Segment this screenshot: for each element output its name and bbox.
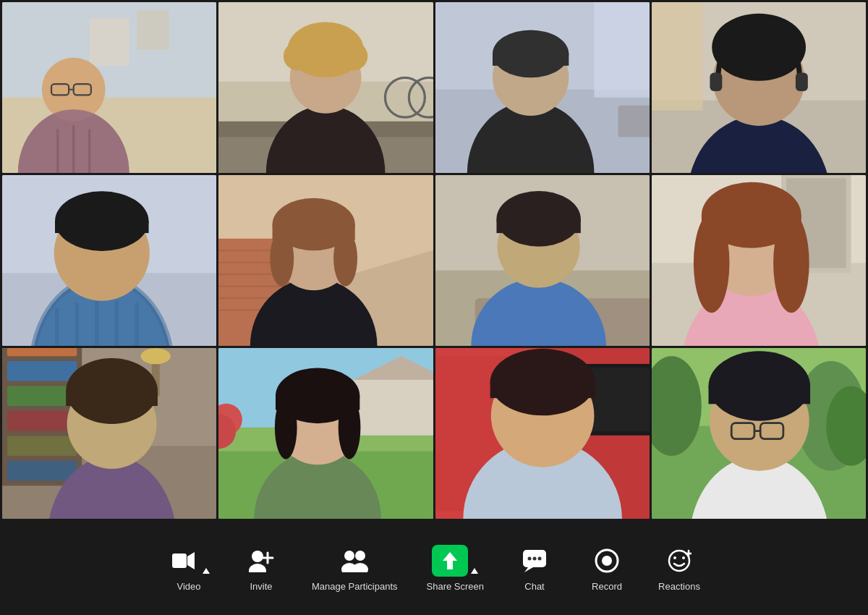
svg-rect-86 — [702, 215, 801, 235]
reactions-icon — [663, 545, 695, 577]
svg-point-152 — [528, 556, 532, 560]
chat-icon — [519, 545, 550, 577]
participant-cell-6 — [218, 175, 433, 346]
svg-point-26 — [315, 31, 337, 54]
participant-cell-1 — [2, 2, 216, 173]
chat-label: Chat — [524, 581, 544, 592]
svg-rect-95 — [7, 461, 77, 481]
svg-rect-76 — [496, 219, 580, 233]
participant-cell-2 — [218, 2, 433, 173]
svg-point-33 — [492, 30, 568, 77]
svg-rect-30 — [618, 106, 650, 137]
svg-point-147 — [355, 551, 365, 561]
svg-rect-126 — [490, 382, 595, 398]
video-label: Video — [176, 581, 200, 592]
share-screen-button[interactable]: Share Screen — [427, 545, 485, 592]
svg-marker-140 — [187, 552, 195, 569]
svg-rect-29 — [594, 2, 650, 98]
svg-point-116 — [339, 396, 361, 459]
svg-rect-91 — [7, 361, 77, 381]
invite-button[interactable]: Invite — [239, 545, 283, 592]
participant-cell-11 — [435, 348, 650, 519]
participant-cell-5 — [2, 175, 216, 346]
video-arrow-icon[interactable] — [203, 568, 210, 574]
svg-point-115 — [275, 396, 297, 459]
svg-rect-41 — [710, 73, 722, 91]
svg-point-154 — [538, 556, 542, 560]
video-button[interactable]: Video — [167, 545, 210, 592]
participant-cell-12 — [652, 348, 866, 519]
share-screen-icon — [432, 545, 468, 577]
invite-label: Invite — [250, 581, 272, 592]
svg-point-68 — [271, 231, 294, 287]
participant-cell-3 — [435, 2, 650, 173]
toolbar: Video Invite Manage Parti — [0, 521, 868, 615]
svg-rect-2 — [90, 18, 129, 66]
svg-point-156 — [602, 556, 612, 566]
svg-point-145 — [344, 551, 354, 561]
participant-cell-7 — [435, 175, 650, 346]
participant-cell-10 — [218, 348, 433, 519]
participant-cell-9 — [2, 348, 216, 519]
svg-rect-90 — [7, 348, 77, 356]
manage-participants-button[interactable]: Manage Participants — [312, 545, 398, 592]
reactions-button[interactable]: Reactions — [658, 545, 701, 592]
participants-icon — [339, 545, 370, 577]
video-grid — [0, 0, 868, 521]
svg-point-141 — [252, 551, 263, 562]
record-icon — [591, 545, 623, 577]
svg-marker-149 — [443, 552, 457, 569]
svg-rect-135 — [708, 386, 810, 404]
svg-rect-139 — [172, 554, 187, 568]
svg-rect-37 — [652, 2, 703, 111]
svg-point-69 — [333, 231, 357, 287]
svg-point-158 — [673, 556, 676, 559]
svg-rect-94 — [7, 436, 77, 456]
svg-point-142 — [249, 564, 266, 572]
svg-rect-42 — [796, 73, 808, 91]
video-icon — [168, 545, 200, 577]
svg-rect-104 — [354, 380, 433, 436]
reactions-label: Reactions — [658, 581, 700, 592]
svg-point-97 — [141, 348, 171, 364]
participant-cell-4 — [652, 2, 866, 173]
svg-point-153 — [533, 556, 537, 560]
svg-point-159 — [682, 556, 685, 559]
share-screen-arrow-icon[interactable] — [471, 568, 478, 574]
svg-point-148 — [352, 563, 368, 572]
svg-rect-101 — [66, 391, 158, 406]
svg-rect-93 — [7, 411, 77, 431]
invite-icon — [245, 545, 277, 577]
record-button[interactable]: Record — [585, 545, 629, 592]
svg-rect-34 — [492, 54, 568, 65]
svg-marker-151 — [524, 567, 533, 572]
share-screen-label: Share Screen — [427, 581, 485, 592]
record-label: Record — [592, 581, 622, 592]
svg-rect-3 — [137, 10, 169, 50]
participant-cell-8 — [652, 175, 866, 346]
chat-button[interactable]: Chat — [513, 545, 556, 592]
manage-participants-label: Manage Participants — [312, 581, 398, 592]
svg-rect-54 — [55, 221, 149, 234]
